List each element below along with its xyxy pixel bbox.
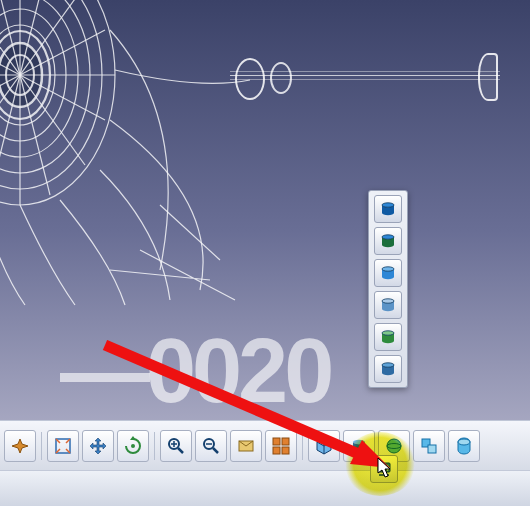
viewport-3d[interactable]: —0020 xyxy=(0,0,530,420)
fly-mode-icon xyxy=(10,436,30,456)
svg-point-1 xyxy=(0,0,102,189)
shading-edges-button[interactable] xyxy=(374,227,402,255)
normal-view-button[interactable] xyxy=(230,430,262,462)
customize-view-icon xyxy=(379,360,397,378)
svg-point-41 xyxy=(387,439,401,453)
zoom-in-button[interactable] xyxy=(160,430,192,462)
shaft-end-cap xyxy=(478,53,498,101)
rotate-button[interactable] xyxy=(117,430,149,462)
hub-ring xyxy=(235,58,265,100)
svg-rect-44 xyxy=(428,445,436,453)
swap-visible-button[interactable] xyxy=(413,430,445,462)
toolbar-separator xyxy=(154,432,155,460)
shading-edges-icon xyxy=(379,232,397,250)
svg-point-0 xyxy=(0,0,115,205)
zoom-out-icon xyxy=(201,436,221,456)
svg-rect-38 xyxy=(273,447,280,454)
svg-rect-39 xyxy=(282,447,289,454)
fly-mode-button[interactable] xyxy=(4,430,36,462)
wireframe-model xyxy=(0,0,520,310)
svg-line-11 xyxy=(0,0,85,165)
pan-icon xyxy=(88,436,108,456)
svg-line-16 xyxy=(0,30,105,120)
rotate-icon xyxy=(123,436,143,456)
normal-view-icon xyxy=(236,436,256,456)
svg-line-15 xyxy=(0,30,105,120)
svg-rect-36 xyxy=(273,438,280,445)
shading-no-edges-button[interactable] xyxy=(374,259,402,287)
svg-line-34 xyxy=(213,448,218,453)
iso-view-icon xyxy=(314,436,334,456)
toolbar-separator xyxy=(302,432,303,460)
svg-point-7 xyxy=(0,43,42,107)
svg-line-12 xyxy=(0,0,85,165)
render-style-icon xyxy=(349,436,369,456)
status-bar xyxy=(0,470,530,506)
svg-rect-37 xyxy=(282,438,289,445)
svg-point-8 xyxy=(6,55,34,95)
svg-point-5 xyxy=(0,25,55,125)
svg-line-14 xyxy=(0,0,50,195)
properties-icon xyxy=(454,436,474,456)
svg-point-30 xyxy=(131,444,135,448)
zoom-out-button[interactable] xyxy=(195,430,227,462)
toolbar-separator xyxy=(41,432,42,460)
view-mode-dropdown-button[interactable] xyxy=(370,455,398,483)
shading-icon xyxy=(379,200,397,218)
svg-point-3 xyxy=(0,0,78,157)
zoom-in-icon xyxy=(166,436,186,456)
swap-visible-icon xyxy=(419,436,439,456)
svg-line-32 xyxy=(178,448,183,453)
shading-material-button[interactable] xyxy=(374,291,402,319)
hide-show-icon xyxy=(384,436,404,456)
shading-material-icon xyxy=(379,296,397,314)
iso-view-button[interactable] xyxy=(308,430,340,462)
svg-point-2 xyxy=(0,0,90,173)
wireframe-button[interactable] xyxy=(374,323,402,351)
fit-all-icon xyxy=(53,436,73,456)
svg-point-6 xyxy=(0,31,50,119)
svg-point-4 xyxy=(0,9,66,141)
shading-button[interactable] xyxy=(374,195,402,223)
fit-all-button[interactable] xyxy=(47,430,79,462)
render-style-toolbar xyxy=(368,190,408,388)
svg-line-13 xyxy=(0,0,50,195)
pan-button[interactable] xyxy=(82,430,114,462)
wireframe-icon xyxy=(379,328,397,346)
watermark-text: —0020 xyxy=(60,320,330,423)
multi-view-button[interactable] xyxy=(265,430,297,462)
view-toolbar xyxy=(0,420,530,471)
hub-ring-small xyxy=(270,62,292,94)
customize-view-button[interactable] xyxy=(374,355,402,383)
svg-point-40 xyxy=(353,440,365,444)
shading-no-edges-icon xyxy=(379,264,397,282)
properties-button[interactable] xyxy=(448,430,480,462)
svg-point-45 xyxy=(458,439,470,445)
multi-view-icon xyxy=(271,436,291,456)
